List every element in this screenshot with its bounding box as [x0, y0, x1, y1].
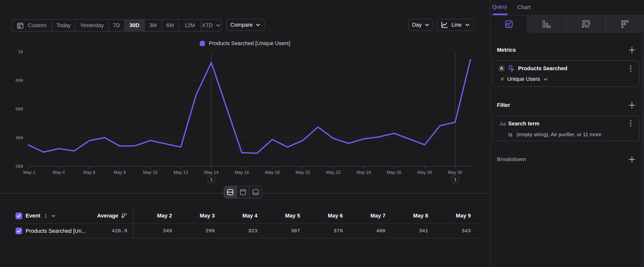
svg-text:May 20: May 20 [296, 170, 310, 175]
svg-text:400: 400 [15, 135, 23, 140]
svg-text:May 2: May 2 [23, 170, 35, 175]
svg-text:May 6: May 6 [83, 170, 95, 175]
svg-text:800: 800 [15, 78, 23, 83]
svg-text:May 30: May 30 [448, 170, 462, 175]
svg-text:May 14: May 14 [204, 170, 218, 175]
svg-text:600: 600 [15, 107, 23, 112]
svg-text:200: 200 [15, 164, 23, 169]
svg-text:May 8: May 8 [114, 170, 126, 175]
svg-text:May 4: May 4 [53, 170, 65, 175]
svg-text:May 26: May 26 [387, 170, 401, 175]
svg-text:May 16: May 16 [234, 170, 249, 175]
svg-text:1K: 1K [18, 50, 23, 55]
svg-text:May 10: May 10 [143, 170, 158, 175]
svg-text:May 12: May 12 [174, 170, 188, 175]
svg-text:May 28: May 28 [417, 170, 432, 175]
svg-text:May 18: May 18 [265, 170, 280, 175]
svg-text:May 24: May 24 [356, 170, 371, 175]
svg-text:May 22: May 22 [326, 170, 340, 175]
